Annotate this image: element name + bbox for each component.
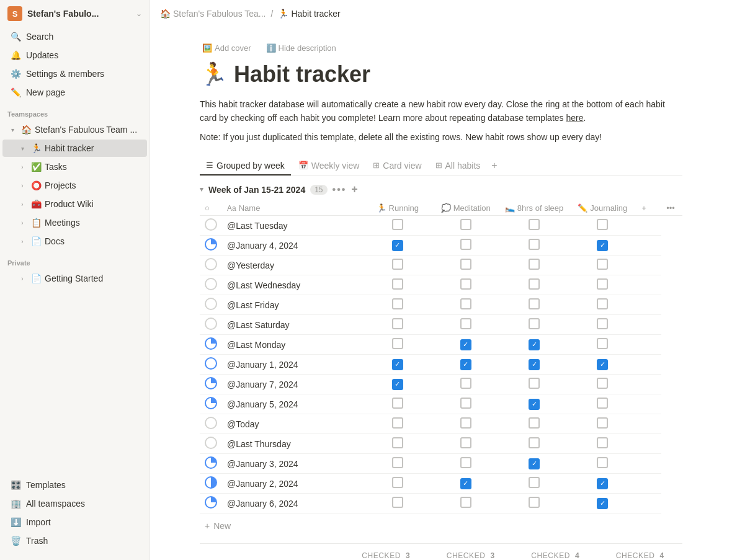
row-4-meditation-checkbox[interactable] <box>460 278 471 290</box>
sidebar-item-meetings[interactable]: › 📋 Meetings <box>2 214 147 231</box>
row-8-meditation-checkbox[interactable] <box>460 359 471 370</box>
add-cover-button[interactable]: 🖼️ Add cover <box>200 42 254 54</box>
row-13-name[interactable]: @January 3, 2024 <box>222 454 364 474</box>
row-4-sleep-checkbox[interactable] <box>529 278 540 290</box>
row-6-status-icon[interactable] <box>205 318 217 330</box>
row-1-running-checkbox[interactable] <box>392 219 403 230</box>
row-14-meditation-checkbox[interactable] <box>460 478 471 489</box>
row-8-journaling-checkbox[interactable] <box>597 359 608 370</box>
row-8-name[interactable]: @January 1, 2024 <box>222 355 364 375</box>
row-6-name[interactable]: @Last Saturday <box>222 315 364 335</box>
row-8-running-checkbox[interactable] <box>392 359 403 370</box>
row-4-name[interactable]: @Last Wednesday <box>222 275 364 295</box>
hide-description-button[interactable]: ℹ️ Hide description <box>264 42 339 54</box>
row-7-running-checkbox[interactable] <box>392 338 403 349</box>
row-5-sleep-checkbox[interactable] <box>529 298 540 309</box>
row-12-name[interactable]: @Last Thursday <box>222 434 364 454</box>
sidebar-item-getting-started[interactable]: › 📄 Getting Started <box>2 270 147 287</box>
row-6-running-checkbox[interactable] <box>392 318 403 329</box>
row-11-meditation-checkbox[interactable] <box>460 417 471 429</box>
row-15-running-checkbox[interactable] <box>392 497 403 508</box>
col-header-options[interactable]: ••• <box>661 201 682 216</box>
sidebar-item-import[interactable]: ⬇️ Import <box>2 513 147 531</box>
sidebar-item-trash[interactable]: 🗑️ Trash <box>2 532 147 549</box>
row-15-status-icon[interactable] <box>205 496 217 509</box>
row-10-meditation-checkbox[interactable] <box>460 398 471 409</box>
row-14-running-checkbox[interactable] <box>392 477 403 488</box>
row-4-running-checkbox[interactable] <box>392 278 403 290</box>
row-2-journaling-checkbox[interactable] <box>597 240 608 251</box>
row-5-status-icon[interactable] <box>205 298 217 310</box>
row-14-name[interactable]: @January 2, 2024 <box>222 474 364 494</box>
row-13-sleep-checkbox[interactable] <box>529 458 540 469</box>
row-6-sleep-checkbox[interactable] <box>529 318 540 329</box>
row-15-meditation-checkbox[interactable] <box>460 497 471 508</box>
row-12-meditation-checkbox[interactable] <box>460 437 471 448</box>
row-4-journaling-checkbox[interactable] <box>597 278 608 290</box>
row-11-name[interactable]: @Today <box>222 414 364 434</box>
row-10-sleep-checkbox[interactable] <box>529 399 540 410</box>
sidebar-item-all-teamspaces[interactable]: 🏢 All teamspaces <box>2 495 147 512</box>
row-10-name[interactable]: @January 5, 2024 <box>222 394 364 414</box>
row-12-status-icon[interactable] <box>205 437 217 449</box>
row-14-status-icon[interactable] <box>205 476 217 489</box>
row-1-journaling-checkbox[interactable] <box>597 219 608 230</box>
row-3-running-checkbox[interactable] <box>392 259 403 270</box>
row-10-status-icon[interactable] <box>205 397 217 409</box>
row-11-status-icon[interactable] <box>205 417 217 429</box>
row-3-meditation-checkbox[interactable] <box>460 259 471 270</box>
row-6-meditation-checkbox[interactable] <box>460 318 471 329</box>
breadcrumb-workspace[interactable]: 🏠 Stefan's Fabulous Tea... <box>160 9 266 19</box>
row-8-status-icon[interactable] <box>205 357 217 370</box>
tab-card-view[interactable]: ⊞ Card view <box>367 157 427 176</box>
row-5-running-checkbox[interactable] <box>392 298 403 309</box>
row-7-status-icon[interactable] <box>205 337 217 350</box>
row-12-sleep-checkbox[interactable] <box>529 437 540 448</box>
tab-all-habits[interactable]: ⊞ All habits <box>429 157 487 176</box>
row-1-meditation-checkbox[interactable] <box>460 219 471 230</box>
add-tab-button[interactable]: + <box>488 156 501 175</box>
workspace-header[interactable]: S Stefan's Fabulo... ⌄ <box>0 0 150 27</box>
row-12-journaling-checkbox[interactable] <box>597 437 608 448</box>
row-3-status-icon[interactable] <box>205 258 217 270</box>
sidebar-item-docs[interactable]: › 📄 Docs <box>2 233 147 250</box>
row-9-name[interactable]: @January 7, 2024 <box>222 375 364 394</box>
week-group-toggle[interactable]: ▾ <box>200 185 203 193</box>
row-11-journaling-checkbox[interactable] <box>597 417 608 429</box>
sidebar-item-product-wiki[interactable]: › 🧰 Product Wiki <box>2 195 147 213</box>
row-14-sleep-checkbox[interactable] <box>529 477 540 488</box>
row-3-sleep-checkbox[interactable] <box>529 259 540 270</box>
breadcrumb-page[interactable]: 🏃 Habit tracker <box>278 9 340 19</box>
row-7-sleep-checkbox[interactable] <box>529 339 540 350</box>
sidebar-item-search[interactable]: 🔍 Search <box>2 28 147 45</box>
sidebar-item-newpage[interactable]: ✏️ New page <box>2 84 147 101</box>
row-5-meditation-checkbox[interactable] <box>460 298 471 309</box>
row-15-name[interactable]: @January 6, 2024 <box>222 494 364 513</box>
sidebar-item-habit-tracker[interactable]: ▾ 🏃 Habit tracker <box>2 140 147 157</box>
row-15-journaling-checkbox[interactable] <box>597 498 608 509</box>
row-10-running-checkbox[interactable] <box>392 398 403 409</box>
row-9-status-icon[interactable] <box>205 377 217 389</box>
row-15-sleep-checkbox[interactable] <box>529 497 540 508</box>
row-12-running-checkbox[interactable] <box>392 437 403 448</box>
row-9-running-checkbox[interactable] <box>392 379 403 390</box>
row-13-running-checkbox[interactable] <box>392 457 403 468</box>
sidebar-item-templates[interactable]: 🎛️ Templates <box>2 476 147 494</box>
row-1-name[interactable]: @Last Tuesday <box>222 216 364 236</box>
row-5-name[interactable]: @Last Friday <box>222 295 364 315</box>
row-8-sleep-checkbox[interactable] <box>529 359 540 370</box>
row-2-sleep-checkbox[interactable] <box>529 239 540 250</box>
week-group-options[interactable]: ••• <box>333 184 347 195</box>
row-9-journaling-checkbox[interactable] <box>597 378 608 389</box>
sidebar-item-tasks[interactable]: › ✅ Tasks <box>2 158 147 176</box>
row-6-journaling-checkbox[interactable] <box>597 318 608 329</box>
week-group-add-button[interactable]: + <box>351 183 358 196</box>
sidebar-item-projects[interactable]: › ⭕ Projects <box>2 177 147 194</box>
row-2-meditation-checkbox[interactable] <box>460 239 471 250</box>
row-13-status-icon[interactable] <box>205 456 217 469</box>
row-5-journaling-checkbox[interactable] <box>597 298 608 309</box>
row-7-meditation-checkbox[interactable] <box>460 339 471 350</box>
row-13-journaling-checkbox[interactable] <box>597 457 608 468</box>
row-14-journaling-checkbox[interactable] <box>597 478 608 489</box>
row-11-running-checkbox[interactable] <box>392 417 403 429</box>
